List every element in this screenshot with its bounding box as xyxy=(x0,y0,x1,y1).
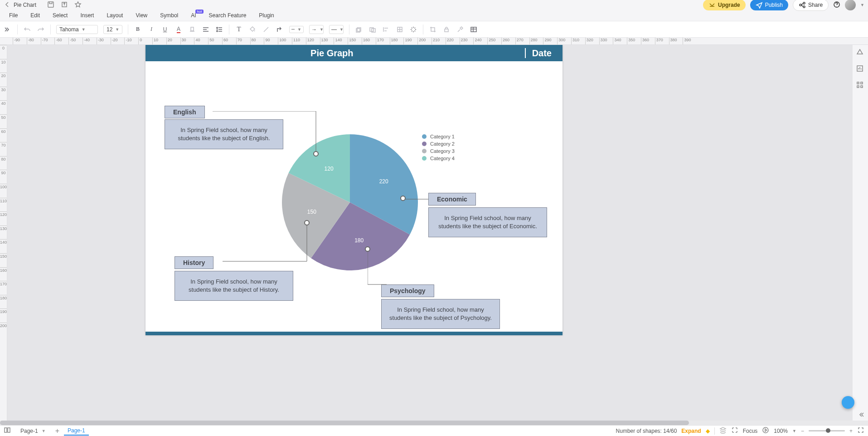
line-spacing-icon[interactable] xyxy=(215,25,223,34)
callout-dot[interactable] xyxy=(400,196,406,201)
menu-edit[interactable]: Edit xyxy=(24,12,46,19)
canvas[interactable]: Pie Graph Date 220180150120 Category 1 C… xyxy=(145,45,563,335)
statusbar: Page-1▼ + Page-1 Number of shapes: 14/60… xyxy=(0,425,868,436)
menu-ai[interactable]: AIhot xyxy=(184,12,202,19)
fill-icon[interactable] xyxy=(248,25,257,34)
menu-view[interactable]: View xyxy=(129,12,154,19)
fontsize-value: 12 xyxy=(107,26,112,33)
line-color-icon[interactable] xyxy=(262,25,270,34)
callout-connector xyxy=(403,198,430,200)
front-icon[interactable] xyxy=(355,25,363,34)
callout-dot[interactable] xyxy=(304,220,310,225)
canvas-scroll[interactable]: Pie Graph Date 220180150120 Category 1 C… xyxy=(7,45,853,421)
callout-dot[interactable] xyxy=(365,246,370,252)
svg-text:180: 180 xyxy=(354,237,364,244)
menu-layout[interactable]: Layout xyxy=(100,12,129,19)
connector-icon[interactable] xyxy=(276,25,284,34)
callout-desc-psychology[interactable]: In Spring Field school, how many student… xyxy=(381,299,500,329)
crop-icon[interactable] xyxy=(429,25,437,34)
svg-rect-20 xyxy=(857,86,859,88)
present-icon[interactable] xyxy=(762,426,769,435)
text-tool-icon[interactable]: T xyxy=(235,25,243,34)
svg-rect-12 xyxy=(471,27,476,32)
callout-label-english[interactable]: English xyxy=(165,106,205,118)
export-icon[interactable] xyxy=(61,1,68,10)
chart-panel-icon[interactable] xyxy=(856,65,864,73)
back-icon[interactable] xyxy=(4,1,11,10)
expand-link[interactable]: Expand xyxy=(681,428,701,434)
doc-title: Pie Chart xyxy=(14,2,36,8)
upgrade-label: Upgrade xyxy=(718,2,740,8)
text-color-icon[interactable]: A xyxy=(175,25,183,34)
avatar[interactable] xyxy=(845,0,856,10)
canvas-header: Pie Graph Date xyxy=(145,45,563,61)
avatar-chevron-icon[interactable]: ▼ xyxy=(860,3,864,7)
menubar: File Edit Select Insert Layout View Symb… xyxy=(0,10,868,21)
callout-desc-history[interactable]: In Spring Field school, how many student… xyxy=(175,271,293,301)
lock-icon[interactable] xyxy=(442,25,451,34)
publish-button[interactable]: Publish xyxy=(750,0,788,10)
shape-panel-icon[interactable] xyxy=(856,49,864,57)
svg-point-2 xyxy=(800,4,801,6)
align-objects-icon[interactable] xyxy=(382,25,390,34)
arrow-end-dropdown[interactable]: —▼ xyxy=(329,25,344,34)
focus-label[interactable]: Focus xyxy=(743,428,758,434)
layers-icon[interactable] xyxy=(719,426,727,435)
upgrade-button[interactable]: Upgrade xyxy=(703,0,746,10)
zoom-slider[interactable] xyxy=(809,430,845,431)
table-icon[interactable] xyxy=(470,25,478,34)
callout-label-economic[interactable]: Economic xyxy=(428,193,476,206)
page-tab[interactable]: Page-1 xyxy=(64,426,89,436)
menu-file[interactable]: File xyxy=(3,12,24,19)
assistant-icon[interactable] xyxy=(842,396,854,409)
line-style-dropdown[interactable]: ▼ xyxy=(289,26,304,33)
underline-icon[interactable]: U xyxy=(161,25,169,34)
page-dropdown[interactable]: Page-1▼ xyxy=(15,426,51,436)
callout-dot[interactable] xyxy=(313,151,319,157)
zoom-out-icon[interactable]: − xyxy=(801,428,804,434)
fontsize-dropdown[interactable]: 12▼ xyxy=(103,25,122,34)
svg-rect-11 xyxy=(445,29,448,32)
menu-search-feature[interactable]: Search Feature xyxy=(203,12,253,19)
effects-icon[interactable] xyxy=(409,25,417,34)
font-dropdown[interactable]: Tahoma▼ xyxy=(56,25,98,34)
page-list-icon[interactable] xyxy=(4,426,11,435)
legend: Category 1 Category 2 Category 3 Categor… xyxy=(422,134,455,163)
star-icon[interactable] xyxy=(74,1,82,10)
callout-label-history[interactable]: History xyxy=(175,256,213,269)
menu-insert[interactable]: Insert xyxy=(74,12,100,19)
tools-icon[interactable] xyxy=(456,25,464,34)
menu-plugin[interactable]: Plugin xyxy=(252,12,280,19)
focus-icon[interactable] xyxy=(731,426,738,435)
align-icon[interactable] xyxy=(202,25,210,34)
svg-text:150: 150 xyxy=(307,209,316,215)
menu-select[interactable]: Select xyxy=(46,12,74,19)
callout-desc-economic[interactable]: In Spring Field school, how many student… xyxy=(428,207,547,237)
share-button[interactable]: Share xyxy=(793,0,829,11)
zoom-value[interactable]: 100% xyxy=(774,428,788,434)
undo-icon[interactable] xyxy=(23,25,31,34)
help-icon[interactable] xyxy=(833,1,840,10)
callout-connector xyxy=(368,249,388,286)
svg-text:120: 120 xyxy=(325,166,334,172)
menu-symbol[interactable]: Symbol xyxy=(154,12,184,19)
expand-panel-icon[interactable] xyxy=(4,25,12,34)
add-page-icon[interactable]: + xyxy=(55,427,59,435)
fullscreen-icon[interactable] xyxy=(857,426,864,435)
italic-icon[interactable]: I xyxy=(147,25,155,34)
back-layer-icon[interactable] xyxy=(369,25,377,34)
save-icon[interactable] xyxy=(47,1,54,10)
distribute-icon[interactable] xyxy=(396,25,404,34)
bold-icon[interactable]: B xyxy=(134,25,142,34)
ruler-vertical: 0102030405060708090100110120130140150160… xyxy=(0,45,7,421)
apps-panel-icon[interactable] xyxy=(856,81,864,89)
svg-rect-23 xyxy=(8,428,10,432)
zoom-in-icon[interactable]: + xyxy=(849,428,853,434)
legend-row: Category 4 xyxy=(422,156,455,161)
arrow-start-dropdown[interactable]: →▼ xyxy=(309,25,324,34)
callout-label-psychology[interactable]: Psychology xyxy=(381,284,434,297)
collapse-rail-icon[interactable] xyxy=(857,411,864,420)
hscrollbar[interactable] xyxy=(0,421,868,425)
highlight-icon[interactable] xyxy=(188,25,196,34)
redo-icon[interactable] xyxy=(37,25,45,34)
